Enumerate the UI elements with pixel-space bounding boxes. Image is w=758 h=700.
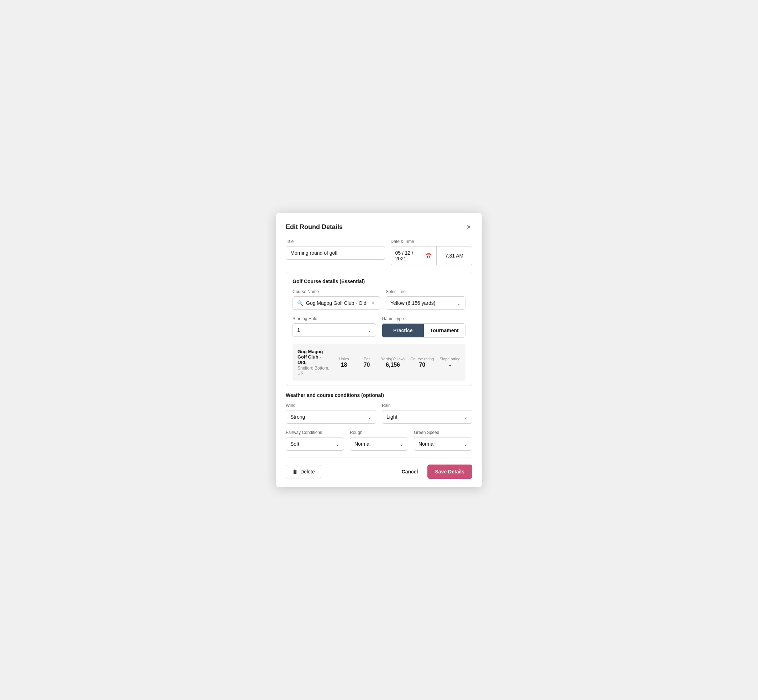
fairway-label: Fairway Conditions — [286, 430, 344, 435]
course-info-box: Gog Magog Golf Club - Old, Shelford Bott… — [293, 344, 465, 381]
chevron-down-icon: ⌄ — [464, 414, 468, 420]
cancel-button[interactable]: Cancel — [396, 465, 424, 478]
starting-hole-group: Starting Hole 1 ⌄ — [293, 316, 376, 338]
course-name-input[interactable] — [306, 300, 368, 306]
select-tee-value: Yellow (6,156 yards) — [390, 300, 435, 306]
yards-stat: Yards(Yellow) 6,156 — [381, 357, 405, 368]
datetime-label: Date & Time — [391, 239, 472, 244]
title-group: Title — [286, 239, 385, 266]
hole-gametype-row: Starting Hole 1 ⌄ Game Type Practice Tou… — [293, 316, 465, 338]
game-type-toggle: Practice Tournament — [382, 323, 465, 338]
par-label: Par — [359, 357, 376, 361]
par-stat: Par 70 — [359, 357, 376, 368]
game-type-group: Game Type Practice Tournament — [382, 316, 465, 338]
modal-title: Edit Round Details — [286, 223, 343, 231]
fairway-value: Soft — [290, 441, 299, 447]
course-name-search[interactable]: 🔍 ✕ — [293, 296, 380, 310]
fairway-rough-green-row: Fairway Conditions Soft ⌄ Rough Normal ⌄… — [286, 430, 472, 451]
starting-hole-label: Starting Hole — [293, 316, 376, 321]
golf-course-title: Golf Course details (Essential) — [293, 278, 465, 284]
game-type-label: Game Type — [382, 316, 465, 321]
edit-round-modal: Edit Round Details × Title Date & Time 0… — [276, 213, 482, 487]
rough-dropdown[interactable]: Normal ⌄ — [350, 437, 408, 451]
chevron-down-icon: ⌄ — [464, 441, 468, 447]
green-speed-group: Green Speed Normal ⌄ — [414, 430, 472, 451]
footer-divider — [286, 457, 472, 458]
holes-label: Holes — [335, 357, 353, 361]
select-tee-label: Select Tee — [386, 289, 465, 294]
rain-group: Rain Light ⌄ — [382, 403, 472, 423]
course-name-block: Gog Magog Golf Club - Old, Shelford Bott… — [298, 349, 330, 376]
wind-label: Wind — [286, 403, 376, 408]
course-name-group: Course Name 🔍 ✕ — [293, 289, 380, 310]
title-date-row: Title Date & Time 05 / 12 / 2021 📅 7:31 … — [286, 239, 472, 266]
weather-title: Weather and course conditions (optional) — [286, 392, 472, 398]
rain-value: Light — [387, 414, 397, 420]
green-speed-label: Green Speed — [414, 430, 472, 435]
chevron-down-icon: ⌄ — [457, 300, 461, 306]
title-label: Title — [286, 239, 385, 244]
course-rating-label: Course rating — [410, 357, 434, 361]
course-tee-row: Course Name 🔍 ✕ Select Tee Yellow (6,156… — [293, 289, 465, 310]
slope-rating-stat: Slope rating - — [440, 357, 460, 368]
holes-stat: Holes 18 — [335, 357, 353, 368]
fairway-group: Fairway Conditions Soft ⌄ — [286, 430, 344, 451]
course-rating-value: 70 — [410, 362, 434, 368]
practice-button[interactable]: Practice — [382, 324, 424, 337]
delete-label: Delete — [300, 469, 315, 475]
modal-header: Edit Round Details × — [286, 223, 472, 231]
close-button[interactable]: × — [465, 223, 472, 231]
rough-value: Normal — [354, 441, 370, 447]
save-button[interactable]: Save Details — [428, 464, 473, 479]
weather-section: Weather and course conditions (optional)… — [286, 392, 472, 451]
tournament-button[interactable]: Tournament — [424, 324, 465, 337]
rain-label: Rain — [382, 403, 472, 408]
delete-button[interactable]: 🗑 Delete — [286, 465, 321, 478]
starting-hole-dropdown[interactable]: 1 ⌄ — [293, 323, 376, 337]
rough-label: Rough — [350, 430, 408, 435]
time-input[interactable]: 7:31 AM — [437, 246, 472, 266]
chevron-down-icon: ⌄ — [335, 441, 340, 447]
course-rating-stat: Course rating 70 — [410, 357, 434, 368]
wind-dropdown[interactable]: Strong ⌄ — [286, 410, 376, 423]
rain-dropdown[interactable]: Light ⌄ — [382, 410, 472, 423]
fairway-dropdown[interactable]: Soft ⌄ — [286, 437, 344, 451]
golf-course-section: Golf Course details (Essential) Course N… — [286, 272, 472, 386]
course-name-main: Gog Magog Golf Club - Old, — [298, 349, 330, 365]
chevron-down-icon: ⌄ — [399, 441, 404, 447]
course-location: Shelford Bottom, UK — [298, 366, 330, 376]
select-tee-dropdown[interactable]: Yellow (6,156 yards) ⌄ — [386, 296, 465, 310]
search-icon: 🔍 — [297, 300, 303, 306]
chevron-down-icon: ⌄ — [368, 328, 371, 333]
footer-row: 🗑 Delete Cancel Save Details — [286, 464, 472, 479]
yards-value: 6,156 — [381, 362, 405, 368]
green-speed-dropdown[interactable]: Normal ⌄ — [414, 437, 472, 451]
select-tee-group: Select Tee Yellow (6,156 yards) ⌄ — [386, 289, 465, 310]
holes-value: 18 — [335, 362, 353, 368]
trash-icon: 🗑 — [293, 469, 298, 475]
course-name-label: Course Name — [293, 289, 380, 294]
slope-rating-label: Slope rating — [440, 357, 460, 361]
wind-rain-row: Wind Strong ⌄ Rain Light ⌄ — [286, 403, 472, 423]
clear-icon[interactable]: ✕ — [371, 300, 376, 306]
rough-group: Rough Normal ⌄ — [350, 430, 408, 451]
datetime-group: Date & Time 05 / 12 / 2021 📅 7:31 AM — [391, 239, 472, 266]
title-input[interactable] — [286, 246, 385, 259]
chevron-down-icon: ⌄ — [368, 414, 371, 420]
calendar-icon: 📅 — [425, 253, 432, 259]
time-value: 7:31 AM — [445, 253, 464, 259]
date-input[interactable]: 05 / 12 / 2021 📅 — [391, 246, 437, 266]
date-time-inputs: 05 / 12 / 2021 📅 7:31 AM — [391, 246, 472, 266]
slope-rating-value: - — [440, 362, 460, 368]
par-value: 70 — [359, 362, 376, 368]
date-value: 05 / 12 / 2021 — [395, 250, 425, 261]
wind-value: Strong — [290, 414, 305, 420]
starting-hole-value: 1 — [297, 327, 300, 333]
green-speed-value: Normal — [418, 441, 434, 447]
yards-label: Yards(Yellow) — [381, 357, 405, 361]
wind-group: Wind Strong ⌄ — [286, 403, 376, 423]
